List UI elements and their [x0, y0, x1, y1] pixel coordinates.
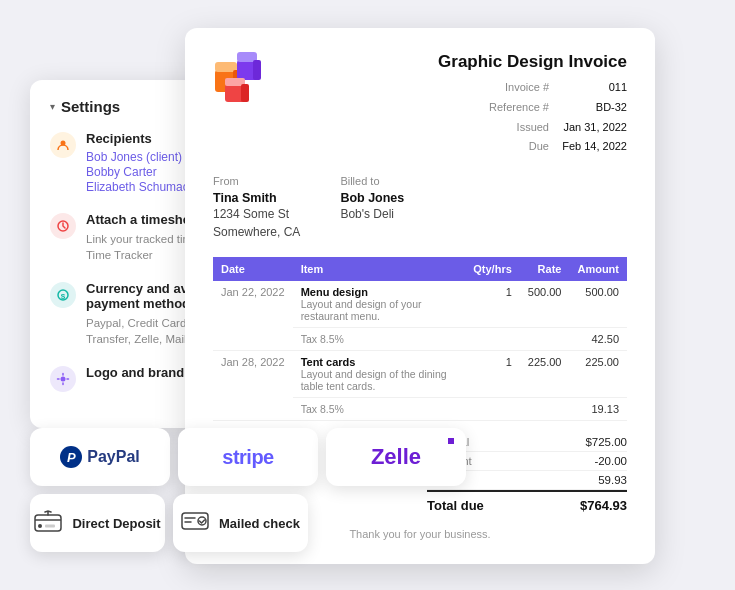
row1-qty: 1 — [465, 281, 520, 328]
invoice-header: Graphic Design Invoice Invoice #011 Refe… — [213, 52, 627, 157]
row2-date: Jan 28, 2022 — [213, 351, 293, 421]
mailed-check-icon — [181, 510, 209, 537]
row2-rate: 225.00 — [520, 351, 570, 398]
direct-deposit-label: Direct Deposit — [72, 516, 160, 531]
table-row: Jan 22, 2022 Menu design Layout and desi… — [213, 281, 627, 328]
subtotal-value: $725.00 — [585, 436, 627, 448]
table-row: Jan 28, 2022 Tent cards Layout and desig… — [213, 351, 627, 398]
chevron-down-icon: ▾ — [50, 101, 55, 112]
svg-rect-13 — [241, 84, 249, 102]
discount-value: -20.00 — [594, 455, 627, 467]
row1-tax-label: Tax 8.5% — [301, 333, 344, 345]
timesheet-icon — [50, 213, 76, 239]
billing-from: From Tina Smith 1234 Some StSomewhere, C… — [213, 175, 300, 241]
zelle-dot — [448, 438, 454, 444]
stripe-card[interactable]: stripe — [178, 428, 318, 486]
total-value: $764.93 — [580, 498, 627, 513]
row1-rate: 500.00 — [520, 281, 570, 328]
row2-tax-label: Tax 8.5% — [301, 403, 344, 415]
svg-rect-10 — [253, 60, 261, 80]
row1-name: Menu design — [301, 286, 458, 298]
direct-deposit-card[interactable]: Direct Deposit — [30, 494, 165, 552]
payment-row-1: P PayPal stripe Zelle — [30, 428, 466, 486]
invoice-meta: Invoice #011 Reference #BD-32 IssuedJan … — [438, 78, 627, 157]
logo-icon — [50, 366, 76, 392]
company-logo — [213, 52, 271, 104]
svg-point-4 — [61, 377, 66, 382]
currency-icon: $ — [50, 282, 76, 308]
paypal-icon: P — [60, 446, 82, 468]
invoice-number: 011 — [557, 78, 627, 98]
col-item: Item — [293, 257, 415, 281]
row1-date: Jan 22, 2022 — [213, 281, 293, 351]
invoice-reference: BD-32 — [557, 98, 627, 118]
svg-point-15 — [38, 524, 42, 528]
mailed-check-label: Mailed check — [219, 516, 300, 531]
invoice-table: Date Item Qty/hrs Rate Amount Jan 22, 20… — [213, 257, 627, 421]
mailed-check-card[interactable]: Mailed check — [173, 494, 308, 552]
row2-amount: 225.00 — [569, 351, 627, 398]
payment-row-2: Direct Deposit Mailed check — [30, 494, 466, 552]
billing-to: Billed to Bob Jones Bob's Deli — [340, 175, 404, 241]
stripe-label: stripe — [222, 446, 273, 469]
invoice-main-title: Graphic Design Invoice — [438, 52, 627, 72]
paypal-logo: P PayPal — [60, 446, 139, 468]
col-rate: Rate — [520, 257, 570, 281]
col-date: Date — [213, 257, 293, 281]
svg-text:$: $ — [61, 292, 66, 301]
invoice-issued: Jan 31, 2022 — [557, 118, 627, 138]
settings-title: Settings — [61, 98, 120, 115]
row1-amount: 500.00 — [569, 281, 627, 328]
col-amount: Amount — [569, 257, 627, 281]
payment-cards: P PayPal stripe Zelle — [30, 428, 466, 552]
row1-desc: Layout and design of your restaurant men… — [301, 298, 458, 322]
billing-section: From Tina Smith 1234 Some StSomewhere, C… — [213, 175, 627, 241]
row2-name: Tent cards — [301, 356, 458, 368]
row1-tax-amount: 42.50 — [569, 328, 627, 351]
paypal-card[interactable]: P PayPal — [30, 428, 170, 486]
row2-tax-amount: 19.13 — [569, 398, 627, 421]
svg-rect-16 — [45, 524, 55, 527]
svg-rect-14 — [35, 515, 61, 531]
row2-desc: Layout and design of the dining table te… — [301, 368, 458, 392]
zelle-label: Zelle — [371, 444, 421, 470]
invoice-title-section: Graphic Design Invoice Invoice #011 Refe… — [438, 52, 627, 157]
col-qty: Qty/hrs — [465, 257, 520, 281]
tax-value: 59.93 — [598, 474, 627, 486]
recipients-icon — [50, 132, 76, 158]
paypal-label: PayPal — [87, 448, 139, 466]
col-spacer — [415, 257, 466, 281]
invoice-due: Feb 14, 2022 — [557, 137, 627, 157]
direct-deposit-icon — [34, 510, 62, 537]
zelle-card[interactable]: Zelle — [326, 428, 466, 486]
row2-qty: 1 — [465, 351, 520, 398]
